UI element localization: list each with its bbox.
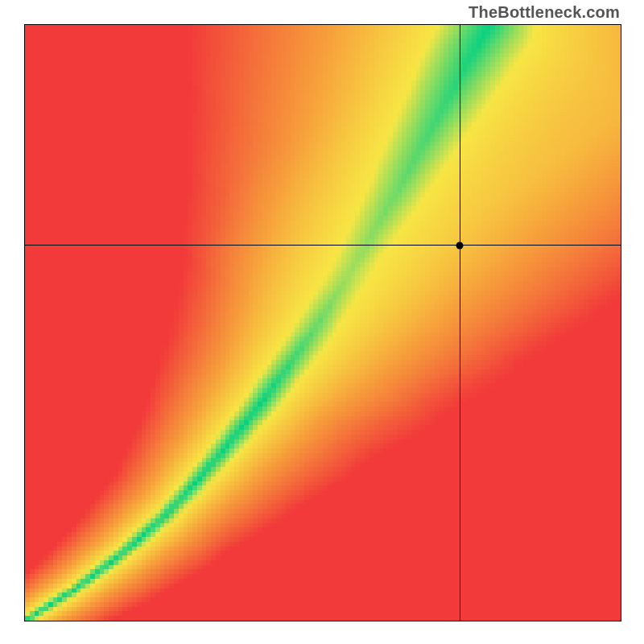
heatmap-plot: [24, 24, 621, 621]
heatmap-canvas: [25, 25, 621, 621]
crosshair-horizontal: [25, 245, 621, 246]
crosshair-vertical: [460, 25, 460, 621]
marker-point: [456, 242, 464, 249]
chart-container: TheBottleneck.com: [0, 0, 644, 644]
watermark-text: TheBottleneck.com: [469, 3, 620, 22]
